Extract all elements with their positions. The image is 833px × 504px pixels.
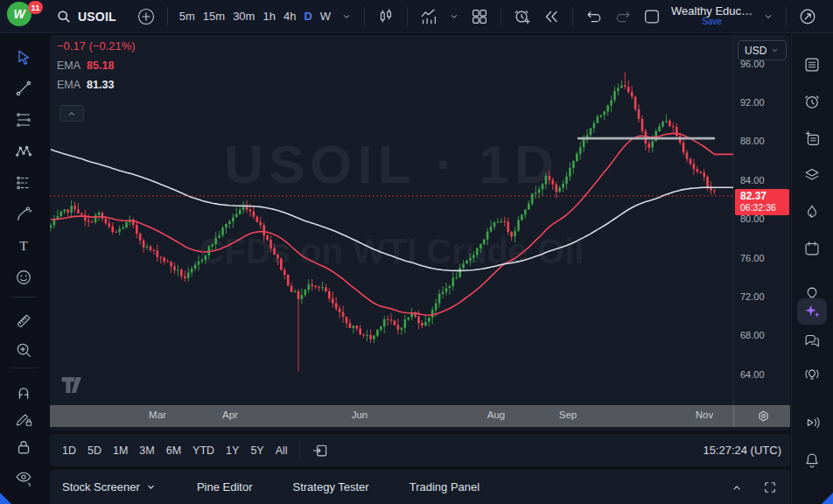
tab-trading-panel[interactable]: Trading Panel xyxy=(410,480,480,494)
projection-tool-button[interactable] xyxy=(13,172,34,193)
hide-drawings-button[interactable] xyxy=(13,467,34,488)
notifications-button[interactable] xyxy=(802,450,822,471)
top-toolbar: W 11 USOIL 5m15m30m1h4hDW xyxy=(0,0,833,33)
calendar-button[interactable] xyxy=(802,238,822,259)
measure-tool-button[interactable] xyxy=(13,311,34,332)
tab-stock-screener[interactable]: Stock Screener xyxy=(62,480,157,494)
bulb-broadcast-icon xyxy=(802,364,822,383)
range-6M[interactable]: 6M xyxy=(166,444,181,457)
price-chart[interactable]: 96.0092.0088.0084.0080.0076.0072.0068.00… xyxy=(50,35,790,430)
interval-5m[interactable]: 5m xyxy=(179,10,195,23)
create-alert-button[interactable] xyxy=(511,5,534,28)
last-price-badge: 82.37 06:32:36 xyxy=(735,189,789,215)
save-link[interactable]: Save xyxy=(702,17,722,27)
brush-tool-button[interactable] xyxy=(13,204,34,225)
indicators-button[interactable] xyxy=(417,5,440,28)
interval-D[interactable]: D xyxy=(304,10,312,23)
bar-countdown: 06:32:36 xyxy=(740,202,789,213)
interval-30m[interactable]: 30m xyxy=(233,10,255,23)
compare-add-symbol-button[interactable] xyxy=(135,5,158,28)
ai-assistant-button[interactable] xyxy=(802,301,822,322)
range-1Y[interactable]: 1Y xyxy=(226,444,239,457)
hotlists-button[interactable] xyxy=(802,201,822,222)
range-1D[interactable]: 1D xyxy=(62,444,76,457)
layers-icon xyxy=(802,165,822,185)
tradingview-logo-icon[interactable] xyxy=(60,376,87,394)
symbol-search[interactable]: USOIL xyxy=(55,8,116,25)
chat-button[interactable] xyxy=(802,330,822,351)
go-to-date-button[interactable] xyxy=(309,439,332,462)
object-tree-button[interactable] xyxy=(802,164,822,186)
range-3M[interactable]: 3M xyxy=(139,444,154,457)
news-notes-button[interactable] xyxy=(802,128,822,149)
pattern-tool-button[interactable] xyxy=(13,141,34,162)
fib-retracement-tool-button[interactable] xyxy=(13,109,34,130)
toolbar-separator xyxy=(500,7,501,26)
legend-ema-1[interactable]: EMA81.33 xyxy=(57,79,136,91)
interval-menu-button[interactable] xyxy=(339,5,354,28)
range-YTD[interactable]: YTD xyxy=(192,444,214,457)
tab-pine-editor[interactable]: Pine Editor xyxy=(197,480,253,494)
replay-rewind-icon xyxy=(542,7,561,26)
cursor-tool-button[interactable] xyxy=(13,47,34,68)
zoom-in-tool-button[interactable] xyxy=(13,340,34,360)
range-5Y[interactable]: 5Y xyxy=(250,444,263,457)
toolbar-separator xyxy=(364,7,365,26)
legend-collapse-button[interactable] xyxy=(60,105,84,122)
chevron-down-icon xyxy=(145,481,157,493)
layout-name-block[interactable]: Wealthy Educ… Save xyxy=(671,6,752,27)
interval-W[interactable]: W xyxy=(320,10,331,23)
svg-text:80.00: 80.00 xyxy=(740,214,765,224)
layout-menu-button[interactable] xyxy=(760,5,776,28)
bar-replay-button[interactable] xyxy=(540,5,563,28)
undo-button[interactable] xyxy=(583,5,606,28)
last-price-value: 82.37 xyxy=(740,191,789,202)
fib-lines-icon xyxy=(14,110,33,130)
app-logo[interactable]: W 11 xyxy=(7,2,42,32)
layout-name: Wealthy Educ… xyxy=(671,6,752,17)
scale-settings-button[interactable] xyxy=(753,406,773,425)
pencil-lock-icon xyxy=(14,410,33,429)
interval-4h[interactable]: 4h xyxy=(284,10,296,23)
corner-accent xyxy=(822,493,833,504)
layout-grid-button[interactable] xyxy=(468,5,491,28)
tab-strategy-tester[interactable]: Strategy Tester xyxy=(292,480,368,494)
server-clock[interactable]: 15:27:24 (UTC) xyxy=(703,444,781,457)
lock-drawings-button[interactable] xyxy=(13,437,34,458)
month-label-Nov: Nov xyxy=(696,410,713,420)
stay-in-drawing-mode-button[interactable] xyxy=(13,409,34,430)
range-5D[interactable]: 5D xyxy=(88,444,102,457)
range-1M[interactable]: 1M xyxy=(113,444,128,457)
ruler-icon xyxy=(14,312,33,331)
save-layout-button[interactable] xyxy=(640,5,663,28)
interval-1h[interactable]: 1h xyxy=(262,10,275,23)
chevron-up-icon xyxy=(66,108,77,119)
panel-maximize-button[interactable] xyxy=(759,476,781,499)
publish-button[interactable] xyxy=(796,5,819,28)
redo-button[interactable] xyxy=(612,5,634,28)
bottom-panel-bar: Stock ScreenerPine EditorStrategy Tester… xyxy=(50,470,790,504)
toolbar-separator xyxy=(407,7,408,26)
currency-dropdown[interactable]: USD xyxy=(738,40,787,60)
undo-arrow-icon xyxy=(584,7,604,26)
panel-expand-button[interactable] xyxy=(725,476,748,499)
alerts-button[interactable] xyxy=(802,91,822,112)
streams-button[interactable] xyxy=(802,412,822,433)
svg-text:64.00: 64.00 xyxy=(740,369,765,380)
indicators-menu-button[interactable] xyxy=(446,5,462,28)
live-ideas-button[interactable] xyxy=(802,363,822,384)
note-plus-icon xyxy=(802,129,822,148)
chart-style-button[interactable] xyxy=(374,5,397,28)
watchlist-button[interactable] xyxy=(802,54,822,75)
legend-ema-0[interactable]: EMA85.18 xyxy=(57,60,136,72)
magnet-mode-button[interactable] xyxy=(13,382,34,402)
time-axis[interactable]: MarAprJunAugSepNov xyxy=(50,405,790,427)
alarm-clock-icon xyxy=(802,92,822,111)
text-tool-button[interactable]: T xyxy=(13,235,34,256)
range-All[interactable]: All xyxy=(276,444,288,457)
interval-15m[interactable]: 15m xyxy=(203,10,225,23)
trend-line-tool-button[interactable] xyxy=(13,78,34,99)
eye-icon xyxy=(14,468,33,487)
chart-panel: USOIL · 1D CFDs on WTI Crude Oil 96.0092… xyxy=(50,35,790,430)
emoji-tool-button[interactable] xyxy=(13,267,34,288)
